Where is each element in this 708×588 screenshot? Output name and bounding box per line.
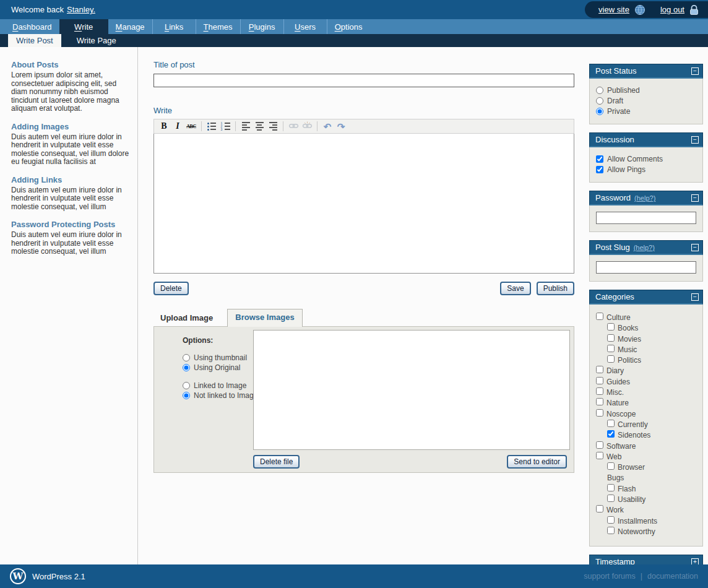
collapse-minus-icon[interactable]: − (691, 67, 699, 75)
delete-file-button[interactable]: Delete file (253, 455, 300, 469)
category-guides[interactable]: Guides (595, 377, 699, 387)
radio-not-linked-to-image[interactable]: Not linked to Image (183, 391, 257, 400)
nav-tab-manage[interactable]: Manage (108, 19, 152, 34)
collapse-minus-icon[interactable]: − (691, 136, 699, 144)
strikethrough-button[interactable]: ABC (184, 120, 198, 132)
checkbox-input-politics[interactable] (607, 355, 615, 363)
category-nature[interactable]: Nature (595, 398, 699, 409)
documentation-link[interactable]: documentation (647, 572, 698, 581)
nav-tab-links[interactable]: Links (152, 19, 196, 34)
view-site-link[interactable]: view site (598, 5, 629, 14)
publish-button[interactable]: Publish (537, 282, 574, 295)
nav-tab-themes[interactable]: Themes (196, 19, 240, 34)
category-books[interactable]: Books (595, 323, 699, 334)
category-politics[interactable]: Politics (595, 355, 699, 366)
align-center-button[interactable] (253, 120, 266, 132)
collapse-minus-icon[interactable]: − (691, 244, 699, 251)
category-installments[interactable]: Installments (595, 516, 699, 527)
checkbox-input-allow-comments[interactable] (596, 155, 603, 163)
radio-using-thumbnail[interactable]: Using thumbnail (183, 353, 257, 363)
category-sidenotes[interactable]: Sidenotes (595, 430, 699, 441)
radio-draft[interactable]: Draft (596, 95, 696, 106)
checkbox-input-diary[interactable] (596, 366, 603, 373)
password-help-link[interactable]: (help?) (634, 194, 655, 202)
radio-input-using-original[interactable] (183, 364, 190, 371)
image-tab-upload-image[interactable]: Upload Image (153, 310, 220, 326)
bold-button[interactable]: B (157, 120, 171, 132)
radio-linked-to-image[interactable]: Linked to Image (183, 381, 257, 391)
nav-tab-write[interactable]: Write (59, 19, 108, 34)
checkbox-input-misc[interactable] (596, 387, 603, 395)
nav-tab-dashboard[interactable]: Dashboard (5, 19, 59, 34)
image-browse-box[interactable] (253, 330, 570, 450)
delete-button[interactable]: Delete (153, 282, 189, 295)
category-movies[interactable]: Movies (595, 334, 699, 345)
nav-tab-plugins[interactable]: Plugins (240, 19, 283, 34)
align-right-button[interactable] (266, 120, 280, 132)
italic-button[interactable]: I (171, 120, 184, 132)
support-forums-link[interactable]: support forums (584, 572, 635, 581)
checkbox-input-flash[interactable] (607, 484, 615, 491)
radio-input-linked-to-image[interactable] (183, 382, 190, 389)
redo-button[interactable]: ↷ (334, 120, 348, 132)
checkbox-input-culture[interactable] (596, 313, 603, 320)
category-noteworthy[interactable]: Noteworthy (595, 527, 699, 537)
radio-input-draft[interactable] (596, 97, 603, 105)
checkbox-input-noteworthy[interactable] (607, 527, 615, 534)
checkbox-input-work[interactable] (596, 505, 603, 512)
radio-private[interactable]: Private (596, 106, 696, 116)
checkbox-allow-comments[interactable]: Allow Comments (596, 153, 696, 164)
image-tab-browse-images[interactable]: Browse Images (227, 309, 302, 327)
category-noscope[interactable]: Noscope (595, 409, 699, 420)
subnav-tab-write-post[interactable]: Write Post (8, 34, 61, 47)
category-work[interactable]: Work (595, 505, 699, 516)
collapse-minus-icon[interactable]: − (691, 194, 699, 202)
checkbox-input-noscope[interactable] (596, 409, 603, 417)
category-music[interactable]: Music (595, 345, 699, 355)
checkbox-input-sidenotes[interactable] (607, 430, 615, 438)
panel-discussion-header[interactable]: Discussion − (589, 132, 703, 147)
category-diary[interactable]: Diary (595, 366, 699, 376)
checkbox-input-browser-bugs[interactable] (607, 462, 615, 470)
checkbox-input-allow-pings[interactable] (596, 166, 603, 173)
checkbox-input-software[interactable] (596, 441, 603, 449)
radio-input-using-thumbnail[interactable] (183, 354, 190, 361)
checkbox-input-movies[interactable] (607, 334, 615, 342)
post-slug-input[interactable] (596, 261, 696, 274)
ordered-list-button[interactable]: 123 (218, 120, 232, 132)
category-culture[interactable]: Culture (595, 313, 699, 323)
save-button[interactable]: Save (500, 282, 530, 295)
username-link[interactable]: Stanley. (67, 5, 95, 14)
collapse-minus-icon[interactable]: − (691, 293, 699, 301)
checkbox-input-currently[interactable] (607, 420, 615, 427)
category-usability[interactable]: Usability (595, 495, 699, 505)
category-software[interactable]: Software (595, 441, 699, 452)
align-left-button[interactable] (239, 120, 253, 132)
category-browser-bugs[interactable]: Browser Bugs (595, 462, 650, 484)
radio-input-private[interactable] (596, 108, 603, 115)
checkbox-input-installments[interactable] (607, 516, 615, 524)
password-input[interactable] (596, 212, 696, 224)
undo-button[interactable]: ↶ (321, 120, 334, 132)
log-out-link[interactable]: log out (660, 5, 684, 14)
category-currently[interactable]: Currently (595, 420, 699, 430)
panel-post-slug-header[interactable]: Post Slug (help?) − (589, 240, 703, 255)
checkbox-input-guides[interactable] (596, 377, 603, 384)
post-content-editor[interactable] (153, 134, 574, 274)
panel-password-header[interactable]: Password (help?) − (589, 191, 703, 205)
radio-using-original[interactable]: Using Original (183, 363, 257, 373)
radio-published[interactable]: Published (596, 85, 696, 95)
checkbox-input-books[interactable] (607, 323, 615, 331)
category-misc[interactable]: Misc. (595, 387, 699, 398)
checkbox-input-nature[interactable] (596, 398, 603, 405)
checkbox-input-usability[interactable] (607, 495, 615, 502)
checkbox-input-music[interactable] (607, 345, 615, 352)
category-flash[interactable]: Flash (595, 484, 699, 495)
checkbox-allow-pings[interactable]: Allow Pings (596, 164, 696, 175)
subnav-tab-write-page[interactable]: Write Page (69, 34, 124, 47)
checkbox-input-web[interactable] (596, 452, 603, 459)
unordered-list-button[interactable] (205, 120, 218, 132)
send-to-editor-button[interactable]: Send to editor (507, 455, 567, 469)
category-web[interactable]: Web (595, 452, 699, 462)
panel-categories-header[interactable]: Categories − (589, 290, 703, 305)
